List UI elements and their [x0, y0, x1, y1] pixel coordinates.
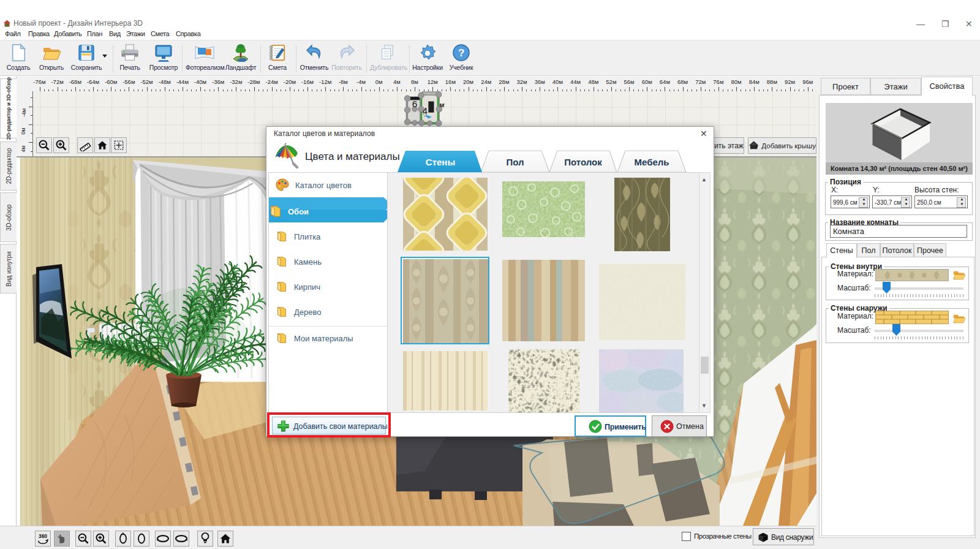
svg-text:Потолок: Потолок	[564, 157, 602, 167]
svg-text:Стены: Стены	[426, 157, 455, 167]
svg-text:6: 6	[412, 99, 418, 109]
svg-text:м²: м²	[440, 101, 445, 108]
svg-text:?: ?	[458, 47, 464, 59]
svg-text:360: 360	[39, 534, 47, 539]
svg-text:4: 4	[423, 105, 428, 116]
svg-text:Пол: Пол	[506, 157, 524, 167]
svg-text:Мебель: Мебель	[635, 157, 669, 167]
